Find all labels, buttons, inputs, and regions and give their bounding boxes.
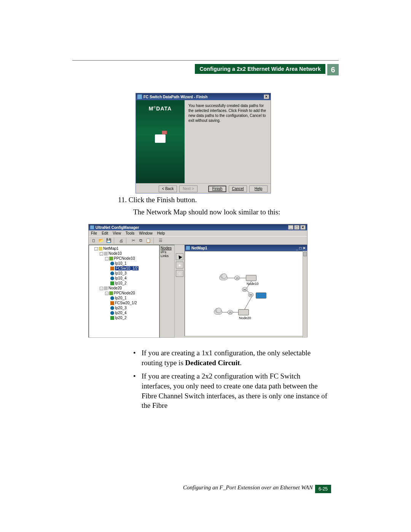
expand-icon[interactable]: - [100, 287, 103, 290]
expand-icon[interactable]: - [100, 252, 103, 256]
cm-title: UltraNet ConfigManager [96, 225, 139, 230]
configmanager-window: UltraNet ConfigManager _ □ ✕ File Edit V… [88, 224, 307, 337]
canvas-icon [186, 246, 190, 250]
close-icon[interactable]: ✕ [264, 94, 269, 99]
fc-icon [110, 267, 114, 270]
ip-icon [110, 296, 114, 300]
tree-fcsw10[interactable]: FCSw10_1/2 [115, 266, 139, 270]
cut-icon[interactable]: ✂ [130, 238, 137, 244]
scrollbar-thumb[interactable] [303, 252, 307, 256]
port-98[interactable]: 98 [242, 287, 247, 292]
maximize-icon[interactable]: □ [294, 225, 299, 230]
tree-root[interactable]: NetMap1 [103, 246, 119, 251]
canvas-title: NetMap1 [191, 246, 207, 250]
step-number: 11. [118, 196, 127, 204]
menu-tools[interactable]: Tools [126, 231, 134, 235]
wizard-sidebar: MCDATA [136, 100, 185, 183]
finish-button-label: Finish [212, 187, 223, 191]
minimize-icon[interactable]: _ [296, 246, 298, 250]
ppc-icon [109, 257, 113, 260]
result-line: The Network Map should now look similar … [133, 208, 280, 216]
tree-ip10-1[interactable]: Ip10_1 [115, 261, 127, 265]
port-10[interactable]: 10 [234, 276, 240, 280]
cm-canvas-frame: NetMap1 _ □ ✕ [185, 245, 307, 338]
expand-icon[interactable]: - [105, 257, 108, 260]
brand-data: DATA [156, 105, 172, 112]
tree-ppcnode10[interactable]: PPCNode10 [114, 256, 135, 260]
menu-view[interactable]: View [113, 231, 121, 235]
tree-ip20-3[interactable]: Ip20_3 [115, 306, 127, 310]
node-tool-icon[interactable]: ● [176, 262, 183, 268]
header-rule [72, 60, 339, 61]
next-button: Next > [179, 185, 198, 192]
wizard-graphic-icon [155, 134, 166, 143]
link-lines [185, 251, 307, 336]
wizard-title: FC Switch DataPath Wizard - Finish [143, 95, 207, 99]
wizard-button-row: < Back Next > Finish Cancel Help [136, 183, 271, 194]
wizard-message: You have successfully created data paths… [185, 100, 271, 183]
back-button[interactable]: < Back [159, 185, 177, 192]
bullet-2: If you are creating a 2x2 configuration … [133, 371, 331, 411]
menu-window[interactable]: Window [139, 231, 153, 235]
pointer-tool-icon[interactable] [176, 253, 183, 260]
tree-node10[interactable]: Node10 [108, 251, 122, 256]
tree-ppcnode20[interactable]: PPCNode20 [114, 291, 135, 295]
tree-ip20-1[interactable]: Ip20_1 [115, 296, 127, 300]
switch-icon[interactable] [256, 292, 266, 299]
tree-ip10-2[interactable]: Ip10_2 [115, 281, 127, 285]
finish-button[interactable]: Finish [208, 185, 226, 192]
fc-icon [110, 301, 114, 305]
tree-ip20-4[interactable]: Ip20_4 [115, 311, 127, 315]
open-icon[interactable]: 📂 [98, 238, 105, 244]
chapter-number: 6 [327, 64, 339, 75]
paste-icon[interactable]: 📋 [145, 238, 152, 244]
expand-icon[interactable]: - [94, 247, 98, 251]
print-icon[interactable]: 🖨 [118, 238, 124, 244]
tree-ip20-2[interactable]: Ip20_2 [115, 316, 127, 320]
node-icon [104, 286, 108, 290]
menu-file[interactable]: File [91, 231, 97, 235]
ip-icon [110, 272, 114, 275]
cm-tree[interactable]: -NetMap1 -Node10 -PPCNode10 Ip10_1 FCSw1… [89, 245, 159, 338]
copy-icon[interactable]: ⧉ [137, 238, 144, 244]
tree-fcsw20[interactable]: FCSw20_1/2 [115, 301, 137, 305]
network-map-canvas[interactable]: 10 Node10 98 99 20 Node20 [185, 251, 307, 336]
label-node20: Node20 [239, 316, 251, 320]
menu-help[interactable]: Help [157, 231, 165, 235]
expand-icon[interactable]: - [105, 292, 108, 295]
device-node20[interactable] [238, 309, 249, 315]
ip-icon [110, 262, 114, 265]
help-button[interactable]: Help [249, 185, 268, 192]
tree-ip10-4[interactable]: Ip10_4 [115, 276, 127, 280]
save-icon[interactable]: 💾 [105, 238, 112, 244]
next-button-label: Next > [183, 187, 194, 191]
maximize-icon[interactable]: □ [299, 246, 301, 250]
vertical-scrollbar[interactable] [303, 251, 307, 338]
tree-node20[interactable]: Node20 [108, 286, 122, 290]
wizard-icon [137, 94, 142, 99]
device-node10[interactable] [246, 275, 256, 281]
cm-menu-bar: File Edit View Tools Window Help [89, 230, 307, 236]
step-line: 11. Click the Finish button. [118, 196, 197, 204]
back-button-label: < Back [162, 187, 174, 191]
new-icon[interactable]: 🗋 [90, 238, 97, 244]
menu-edit[interactable]: Edit [102, 231, 108, 235]
port-99[interactable]: 99 [248, 292, 253, 297]
props-icon[interactable]: ☰ [157, 238, 164, 244]
legend-links: Links [161, 254, 174, 258]
brand-logo: MCDATA [136, 105, 185, 112]
ip-icon [110, 311, 114, 315]
bullet-1-post: . [240, 359, 242, 367]
close-icon[interactable]: ✕ [300, 225, 306, 230]
cancel-button[interactable]: Cancel [229, 185, 247, 192]
close-icon[interactable]: ✕ [303, 246, 306, 250]
cm-app-icon [90, 225, 94, 229]
link-tool-icon[interactable]: ○ [176, 270, 183, 277]
port-20[interactable]: 20 [228, 310, 233, 315]
label-node10: Node10 [247, 282, 259, 286]
minimize-icon[interactable]: _ [288, 225, 293, 230]
cm-tool-palette: ● ○ [175, 245, 185, 338]
tree-ip10-3[interactable]: Ip10_3 [115, 271, 127, 275]
wizard-dialog: FC Switch DataPath Wizard - Finish ✕ MCD… [135, 93, 271, 193]
cloud-icon [214, 309, 222, 315]
